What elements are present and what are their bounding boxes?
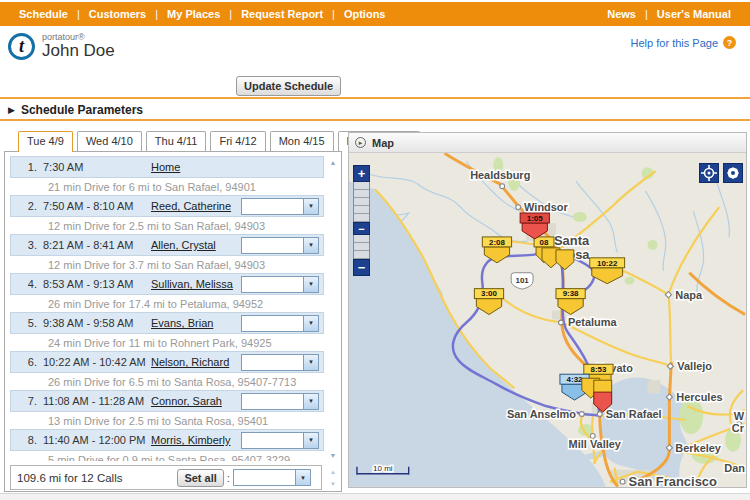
drive-info: 26 min Drive for 6.5 mi to Santa Rosa, 9… xyxy=(10,373,324,390)
city-label-windsor: Windsor xyxy=(524,201,568,213)
drive-info: 5 min Drive for 0.9 mi to Santa Rosa, 95… xyxy=(10,451,324,461)
city-label-san-rafael: San Rafael xyxy=(606,408,662,420)
crosshair-icon xyxy=(700,164,718,182)
schedule-entry: 1.7:30 AMHome xyxy=(10,156,324,178)
entry-number: 7. xyxy=(11,395,37,407)
call-report-select[interactable]: ▼ xyxy=(241,237,319,254)
city-marker xyxy=(579,412,584,417)
zoom-in-button[interactable]: + xyxy=(353,165,370,182)
nav-item-my-places[interactable]: My Places xyxy=(158,8,229,20)
zoom-track[interactable] xyxy=(353,182,370,222)
select-value xyxy=(242,355,303,370)
portatour-logo-icon: t xyxy=(8,33,35,60)
nav-item-news[interactable]: News xyxy=(598,8,645,20)
chevron-down-icon: ▼ xyxy=(303,199,318,214)
tab-wed-4-10[interactable]: Wed 4/10 xyxy=(77,131,142,151)
call-report-select[interactable]: ▼ xyxy=(241,354,319,371)
map-title: Map xyxy=(372,137,394,149)
drive-info: 13 min Drive for 2.5 mi to Santa Rosa, 9… xyxy=(10,412,324,429)
nav-item-customers[interactable]: Customers xyxy=(80,8,155,20)
call-report-select[interactable]: ▼ xyxy=(241,315,319,332)
nav-item-user-s-manual[interactable]: User's Manual xyxy=(648,8,740,20)
customer-link-allen-crystal[interactable]: Allen, Crystal xyxy=(151,239,216,251)
scroll-up-icon[interactable]: ▲ xyxy=(326,156,340,168)
pin-time: 10:22 xyxy=(597,259,618,268)
locate-button[interactable] xyxy=(699,163,719,183)
zoom-track[interactable] xyxy=(353,235,370,259)
city-marker xyxy=(620,479,625,484)
pin-time: 4:32 xyxy=(567,375,583,384)
schedule-entry: 7.11:08 AM - 11:28 AMConnor, Sarah▼ xyxy=(10,390,324,412)
chevron-down-icon: ▼ xyxy=(303,238,318,253)
entry-number: 5. xyxy=(11,317,37,329)
set-all-select[interactable]: ▼ xyxy=(233,469,311,486)
select-value xyxy=(242,316,303,331)
city-label-napa: Napa xyxy=(675,289,703,301)
tab-thu-4-11[interactable]: Thu 4/11 xyxy=(146,131,207,151)
customer-link-evans-brian[interactable]: Evans, Brian xyxy=(151,317,213,329)
nav-item-options[interactable]: Options xyxy=(335,8,395,20)
collapse-map-icon[interactable]: ▸ xyxy=(355,137,366,148)
chevron-down-icon: ▼ xyxy=(303,277,318,292)
nav-item-schedule[interactable]: Schedule xyxy=(10,8,77,20)
city-label-petaluma: Petaluma xyxy=(568,316,618,328)
city-marker xyxy=(516,205,521,210)
customer-link-home[interactable]: Home xyxy=(151,161,180,173)
select-value xyxy=(242,394,303,409)
customer-link-nelson-richard[interactable]: Nelson, Richard xyxy=(151,356,229,368)
customer-link-reed-catherine[interactable]: Reed, Catherine xyxy=(151,200,231,212)
tab-fri-4-12[interactable]: Fri 4/12 xyxy=(210,131,265,151)
zoom-out-button[interactable]: − xyxy=(353,259,370,276)
spinner-up-icon[interactable]: ▲ xyxy=(327,466,339,478)
highway-101-shield: 101 xyxy=(511,273,533,289)
list-scrollbar[interactable]: ▲ ▼ xyxy=(326,156,340,461)
select-value xyxy=(242,433,303,448)
update-schedule-button[interactable]: Update Schedule xyxy=(236,76,341,96)
scroll-down-icon[interactable]: ▼ xyxy=(326,449,340,461)
gear-icon xyxy=(724,164,742,182)
entry-time: 9:38 AM - 9:58 AM xyxy=(43,317,151,329)
drive-info: 24 min Drive for 11 mi to Rohnert Park, … xyxy=(10,334,324,351)
map-image: 101 HealdsburgWindsorSantaRosaNapaPetalu… xyxy=(349,153,746,487)
city-label-w: W xyxy=(734,410,745,422)
help-for-this-page-link[interactable]: Help for this Page xyxy=(631,37,718,49)
svg-text:10 mi: 10 mi xyxy=(373,464,393,473)
call-report-select[interactable]: ▼ xyxy=(241,198,319,215)
pin-time: 08 xyxy=(540,238,549,247)
drive-info: 26 min Drive for 17.4 mi to Petaluma, 94… xyxy=(10,295,324,312)
nav-item-request-report[interactable]: Request Report xyxy=(232,8,332,20)
customer-link-connor-sarah[interactable]: Connor, Sarah xyxy=(151,395,222,407)
city-label-san-francisco: San Francisco xyxy=(629,474,717,487)
select-value xyxy=(242,199,303,214)
call-report-select[interactable]: ▼ xyxy=(241,276,319,293)
schedule-parameters-toggle[interactable]: ▶ Schedule Parameters xyxy=(8,103,143,117)
nav-separator: | xyxy=(229,8,232,20)
set-all-separator: : xyxy=(227,472,230,484)
tab-tue-4-9[interactable]: Tue 4/9 xyxy=(18,131,73,152)
pin-time: 2:08 xyxy=(489,238,505,247)
svg-text:101: 101 xyxy=(516,276,530,285)
entry-number: 6. xyxy=(11,356,37,368)
call-report-select[interactable]: ▼ xyxy=(241,393,319,410)
select-value xyxy=(242,238,303,253)
help-question-icon[interactable]: ? xyxy=(723,36,736,49)
pin-time: 3:00 xyxy=(481,289,497,298)
schedule-list: 1.7:30 AMHome21 min Drive for 6 mi to Sa… xyxy=(10,156,324,461)
schedule-entry: 3.8:21 AM - 8:41 AMAllen, Crystal▼ xyxy=(10,234,324,256)
nav-left-group: Schedule|Customers|My Places|Request Rep… xyxy=(10,8,394,20)
chevron-down-icon: ▼ xyxy=(303,316,318,331)
customer-link-sullivan-melissa[interactable]: Sullivan, Melissa xyxy=(151,278,233,290)
map-canvas[interactable]: 101 HealdsburgWindsorSantaRosaNapaPetalu… xyxy=(349,153,746,487)
entry-number: 1. xyxy=(11,161,37,173)
city-label-vallejo: Vallejo xyxy=(677,360,712,372)
entry-number: 3. xyxy=(11,239,37,251)
tab-mon-4-15[interactable]: Mon 4/15 xyxy=(270,131,334,151)
call-report-select[interactable]: ▼ xyxy=(241,432,319,449)
divider xyxy=(0,97,750,99)
zoom-slider-handle[interactable]: − xyxy=(353,222,370,235)
chevron-down-icon: ▼ xyxy=(303,394,318,409)
set-all-button[interactable]: Set all xyxy=(177,469,223,487)
customer-link-morris-kimberly[interactable]: Morris, Kimberly xyxy=(151,434,230,446)
settings-button[interactable] xyxy=(723,163,743,183)
spinner-down-icon[interactable]: ▼ xyxy=(327,478,339,490)
